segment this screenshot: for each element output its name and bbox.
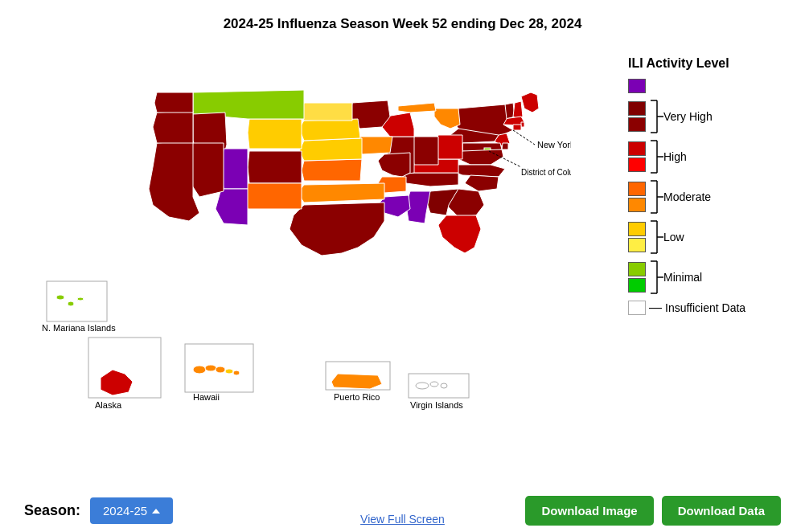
svg-point-56	[205, 365, 216, 371]
legend-color-moderate-1	[628, 182, 646, 196]
svg-marker-53	[101, 370, 133, 395]
svg-marker-47	[149, 141, 199, 221]
svg-point-55	[193, 366, 206, 374]
svg-line-50	[513, 130, 535, 145]
dc-label: District of Columbia	[521, 168, 571, 177]
svg-marker-44	[221, 149, 248, 189]
svg-marker-48	[153, 111, 193, 143]
view-fullscreen-link[interactable]: View Full Screen	[360, 513, 445, 526]
hawaii-label: Hawaii	[193, 392, 220, 402]
svg-marker-39	[248, 119, 302, 149]
svg-marker-45	[216, 189, 248, 225]
legend-label-insufficient: Insufficient Data	[665, 301, 745, 314]
legend-label-moderate: Moderate	[663, 190, 711, 203]
svg-point-57	[216, 366, 225, 373]
legend-color-low-2	[628, 238, 646, 252]
legend-group-moderate: Moderate	[628, 180, 805, 214]
season-label: Season:	[24, 502, 80, 519]
svg-marker-46	[189, 143, 224, 197]
svg-marker-2	[513, 101, 523, 118]
legend-color-very-high-1	[628, 101, 646, 116]
legend-label-very-high: Very High	[663, 110, 713, 123]
bottom-bar: Season: 2024-25 Download Image Download …	[0, 489, 805, 532]
svg-point-69	[441, 383, 447, 388]
very-high-bracket	[649, 100, 663, 133]
svg-point-58	[225, 369, 233, 374]
legend-color-high-2	[628, 158, 646, 172]
download-data-button[interactable]: Download Data	[662, 496, 781, 526]
svg-marker-23	[412, 137, 438, 165]
legend-group-high: High	[628, 140, 805, 174]
legend-items: Very High High	[628, 79, 805, 321]
mariana-label: N. Mariana Islands	[42, 323, 116, 333]
moderate-bracket	[649, 180, 663, 214]
insufficient-dash: —	[649, 301, 662, 315]
svg-marker-29	[358, 137, 392, 154]
svg-marker-0	[521, 92, 539, 113]
svg-marker-12	[458, 149, 503, 165]
svg-marker-42	[248, 151, 302, 183]
page-container: 2024-25 Influenza Season Week 52 ending …	[0, 0, 805, 532]
alaska-label: Alaska	[95, 400, 122, 410]
nyc-label: New York City	[537, 140, 571, 149]
svg-marker-65	[331, 374, 382, 389]
legend-color-insufficient	[628, 301, 646, 315]
svg-marker-35	[302, 159, 362, 181]
svg-point-61	[56, 295, 64, 300]
svg-point-63	[77, 297, 84, 301]
download-image-button[interactable]: Download Image	[525, 496, 653, 526]
season-section: Season: 2024-25	[24, 497, 173, 524]
svg-marker-36	[299, 138, 362, 161]
svg-point-68	[430, 382, 438, 387]
legend-group-low: Low	[628, 220, 805, 254]
legend-color-low-1	[628, 222, 646, 236]
legend-color-minimal-1	[628, 262, 646, 276]
download-buttons-group: Download Image Download Data	[525, 496, 781, 526]
svg-marker-43	[245, 183, 302, 209]
legend-area: ILI Activity Level	[612, 40, 805, 489]
minimal-bracket	[649, 260, 663, 294]
svg-marker-49	[154, 92, 193, 113]
svg-marker-9	[502, 143, 508, 149]
legend-group-very-high: Very High	[628, 100, 805, 133]
legend-group-purple	[628, 79, 805, 93]
season-arrow-icon	[152, 509, 160, 514]
legend-group-minimal: Minimal	[628, 260, 805, 294]
svg-marker-37	[299, 119, 360, 141]
svg-marker-34	[298, 183, 384, 203]
svg-marker-26	[398, 103, 436, 113]
page-title: 2024-25 Influenza Season Week 52 ending …	[224, 16, 582, 32]
svg-point-67	[416, 383, 429, 389]
legend-label-high: High	[663, 150, 687, 163]
legend-title: ILI Activity Level	[628, 56, 805, 71]
svg-marker-4	[521, 122, 524, 127]
svg-rect-60	[47, 281, 107, 321]
legend-color-very-high-2	[628, 117, 646, 132]
season-dropdown-button[interactable]: 2024-25	[90, 497, 173, 524]
svg-marker-38	[302, 103, 352, 121]
legend-boxes-purple	[628, 79, 646, 93]
svg-marker-5	[513, 125, 521, 130]
map-area: New York City District of Columbia Alask…	[0, 40, 612, 489]
svg-marker-30	[378, 153, 410, 177]
svg-marker-33	[290, 203, 384, 256]
high-bracket	[649, 140, 663, 174]
us-map-svg: New York City District of Columbia Alask…	[24, 48, 571, 434]
low-bracket	[649, 220, 663, 254]
puerto-rico-label: Puerto Rico	[334, 392, 380, 402]
legend-color-purple	[628, 79, 646, 93]
map-svg-container: New York City District of Columbia Alask…	[24, 48, 571, 434]
season-current-value: 2024-25	[103, 504, 147, 518]
svg-marker-20	[402, 173, 458, 186]
legend-color-minimal-2	[628, 278, 646, 293]
legend-label-low: Low	[663, 231, 684, 243]
legend-group-insufficient: — Insufficient Data	[628, 301, 805, 315]
svg-marker-15	[465, 175, 499, 191]
main-content: New York City District of Columbia Alask…	[0, 40, 805, 489]
svg-marker-25	[434, 108, 460, 129]
svg-point-62	[68, 301, 74, 306]
svg-point-59	[233, 370, 240, 375]
legend-color-high-1	[628, 141, 646, 156]
legend-color-moderate-2	[628, 198, 646, 212]
svg-marker-17	[438, 215, 481, 253]
